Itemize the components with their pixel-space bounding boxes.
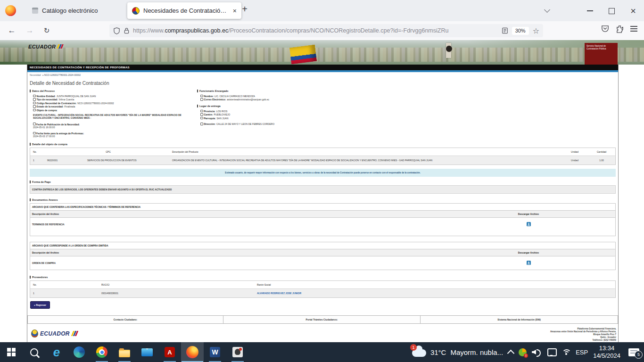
building-icon xyxy=(33,95,36,98)
edge-button[interactable] xyxy=(68,342,91,362)
back-button[interactable]: « Regresar xyxy=(30,301,50,309)
wifi-icon[interactable] xyxy=(562,349,570,355)
close-window-button[interactable]: × xyxy=(625,5,641,17)
language-indicator[interactable]: ESP xyxy=(576,349,588,356)
tab-catalogo-electronico[interactable]: Catálogo electrónico × xyxy=(27,2,136,19)
weather-widget[interactable]: 1 31°C Mayorm. nubla... xyxy=(412,347,503,357)
document-box-header: ARCHIVO QUE CONTENDRA LAS ESPECIFICACION… xyxy=(30,204,615,211)
weather-alert-badge: 1 xyxy=(410,344,417,351)
pin-icon xyxy=(200,117,203,120)
volume-icon[interactable] xyxy=(532,348,542,356)
file-explorer-button[interactable] xyxy=(113,342,136,362)
address-bar[interactable]: https://www.compraspublicas.gob.ec/Proce… xyxy=(109,24,543,37)
antivirus-tray-icon[interactable] xyxy=(519,348,527,356)
parish-row: Parroquia: SAN JUAN xyxy=(200,116,616,120)
person-icon xyxy=(200,95,203,98)
notification-badge: 5 xyxy=(635,351,643,359)
taskbar-search-button[interactable] xyxy=(23,342,45,362)
sercop-banner-photo: ECUADOR Servicio Nacional de Contratació… xyxy=(0,40,644,65)
download-icon[interactable] xyxy=(527,261,531,265)
acrobat-button[interactable]: A xyxy=(158,342,181,362)
process-columns: Datos del Proceso Nombre Entidad: JUNTA … xyxy=(27,90,618,138)
barcode-icon xyxy=(33,102,36,105)
zoom-level-badge[interactable]: 30% xyxy=(512,27,529,35)
taskbar-clock[interactable]: 13:34 14/5/2024 xyxy=(593,345,620,360)
footer-link-tramites[interactable]: Portal Trámites Ciudadanos: xyxy=(223,316,421,323)
weather-temp: 31°C xyxy=(430,348,446,356)
cloud-icon: 1 xyxy=(412,349,426,357)
payment-terms-box: CONTRA ENTREGA DE LOS SERVICIOS, LOS OFE… xyxy=(30,185,616,194)
document-columns-header: Descripción del Archivo Descargar Archiv… xyxy=(30,249,615,256)
back-icon[interactable]: ← xyxy=(6,25,18,37)
windows-logo-icon xyxy=(7,348,16,356)
reader-view-icon[interactable] xyxy=(502,27,508,34)
gear-icon xyxy=(33,98,36,101)
internet-explorer-button[interactable]: e xyxy=(45,342,68,362)
word-button[interactable]: W xyxy=(204,342,226,362)
page-footer: ECUADOR Plataforma Gubernamental Financi… xyxy=(27,324,618,343)
ecuador-flag-icon xyxy=(289,45,317,64)
url-text[interactable]: https://www.compraspublicas.gob.ec/Proce… xyxy=(133,27,498,34)
tray-chevron-up-icon[interactable] xyxy=(507,350,515,357)
minimize-button[interactable] xyxy=(582,5,598,17)
chrome-icon xyxy=(96,346,107,358)
menu-hamburger-icon[interactable] xyxy=(630,25,637,33)
provider-row: 1 0931468338001 ALVARADO RODRIGUEZ JOSE … xyxy=(30,289,615,297)
bookmark-star-icon[interactable]: ☆ xyxy=(533,26,539,35)
tab-label: Necesidades de Contratación y xyxy=(143,7,227,14)
sercop-agency-box: Servicio Nacional de Contratación Públic… xyxy=(585,43,618,65)
flag-slashes-icon xyxy=(57,44,62,49)
breadcrumb-label[interactable]: Necesidad xyxy=(30,74,41,76)
list-tabs-chevron-icon[interactable] xyxy=(545,8,550,13)
tab-close-icon[interactable]: × xyxy=(233,7,237,15)
page-container: NECESIDADES DE CONTRATACIÓN Y RECEPCIÓN … xyxy=(27,65,619,342)
tab-label: Catálogo electrónico xyxy=(42,7,122,14)
extensions-puzzle-icon[interactable] xyxy=(616,25,624,33)
java-app-button[interactable] xyxy=(226,342,249,362)
lock-icon[interactable] xyxy=(124,27,130,34)
ecuador-footer-logo: ECUADOR xyxy=(31,329,77,338)
chrome-button[interactable] xyxy=(91,342,113,362)
firefox-button[interactable] xyxy=(181,342,204,362)
document-box-header: ARCHIVO QUE CORRESPONDE A LA ORDEN DE CO… xyxy=(30,242,615,249)
restore-button[interactable] xyxy=(603,5,619,17)
document-box-orden-compra: ARCHIVO QUE CORRESPONDE A LA ORDEN DE CO… xyxy=(30,242,616,270)
pocket-icon[interactable] xyxy=(601,25,609,33)
footer-link-sni[interactable]: Sistema Nacional de Información (SNI) xyxy=(421,316,618,323)
clock-date: 14/5/2024 xyxy=(593,352,620,360)
tab-necesidades-contratacion[interactable]: Necesidades de Contratación y × xyxy=(127,2,241,19)
download-icon[interactable] xyxy=(527,222,531,226)
weather-condition: Mayorm. nubla... xyxy=(450,348,503,356)
reload-icon[interactable]: ↻ xyxy=(41,25,53,37)
providers-table-header: No. RUC/CI Razón Social xyxy=(30,281,615,289)
shield-icon[interactable] xyxy=(113,27,120,34)
section-title-proveedores: Proveedores xyxy=(30,276,618,279)
windows-taskbar: e A W 1 31°C Mayorm. nubla... ESP 13:34 … xyxy=(0,342,644,362)
coat-of-arms-icon xyxy=(31,329,38,337)
detail-table-row: 1 96220001 SERVICIOS DE PRODUCCION DE EV… xyxy=(30,156,615,165)
cast-screen-icon[interactable] xyxy=(547,348,557,356)
need-type-row: Tipo de necesidad: Ínfima Cuantía xyxy=(33,98,197,102)
footer-link-contacto[interactable]: Contacto Ciudadano: xyxy=(28,316,223,323)
start-button[interactable] xyxy=(0,342,23,362)
info-notice: Estimado usuario, de requerir mayor info… xyxy=(30,169,616,177)
screen: Catálogo electrónico × Necesidades de Co… xyxy=(0,0,644,362)
purchase-detail-table: No. CPC Descripción del Producto Unidad … xyxy=(30,148,616,165)
clock-time: 13:34 xyxy=(593,345,620,352)
provider-name-link[interactable]: ALVARADO RODRIGUEZ JOSE JUNIOR xyxy=(256,292,614,295)
mail-icon xyxy=(141,348,153,356)
notification-center-icon[interactable]: 5 xyxy=(628,348,639,356)
breadcrumb-code: » NCO-1260017780001-2024-00002 xyxy=(42,74,81,76)
section-title-lugar: Lugar de entrega xyxy=(197,105,616,107)
forward-icon[interactable]: → xyxy=(24,25,36,37)
publication-date-block: Fecha de Publicación de la Necesidad: 20… xyxy=(33,123,197,129)
document-file-name: TERMINOS DE REFERENCIA xyxy=(32,223,488,226)
document-row: TERMINOS DE REFERENCIA xyxy=(30,218,615,231)
browser-toolbar: ← → ↻ https://www.compraspublicas.gob.ec… xyxy=(0,21,644,41)
pin-icon xyxy=(200,113,203,116)
section-title-funcionario: Funcionario Encargado xyxy=(197,90,616,92)
mail-button[interactable] xyxy=(136,342,158,362)
ecuador-gov-logo: ECUADOR xyxy=(28,44,62,49)
entity-row: Nombre Entidad: JUNTA PARROQUIAL DE SAN … xyxy=(33,94,197,98)
new-tab-button[interactable]: + xyxy=(238,4,251,15)
